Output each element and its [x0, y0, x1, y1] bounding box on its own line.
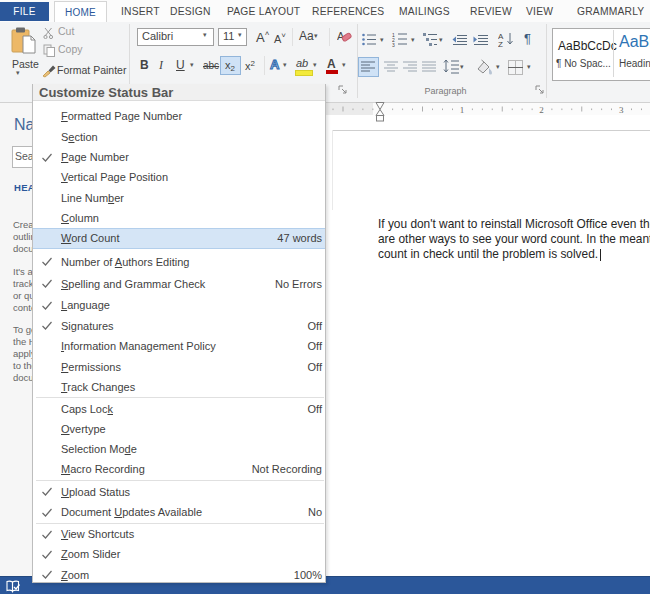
svg-text:2: 2 — [539, 105, 544, 115]
svg-text:3: 3 — [619, 105, 624, 115]
svg-text:Z: Z — [498, 40, 503, 47]
svg-text:3: 3 — [392, 42, 395, 47]
svg-text:1: 1 — [460, 105, 465, 115]
